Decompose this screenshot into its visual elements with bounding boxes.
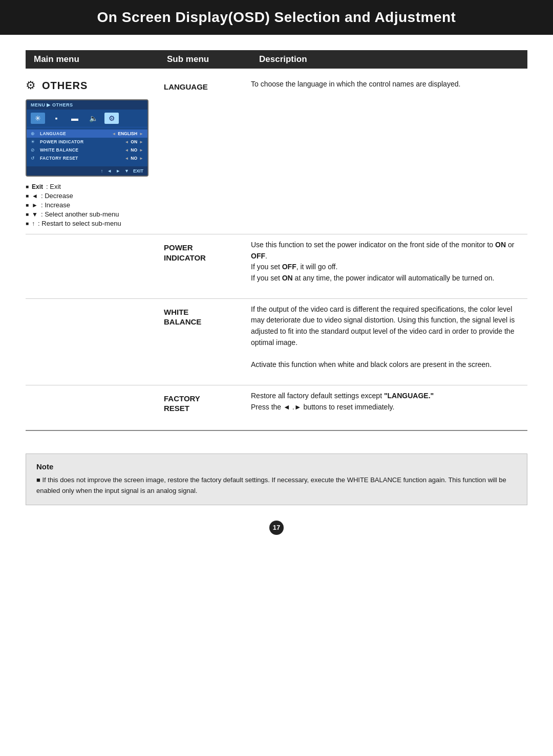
submenu-power-label: POWERINDICATOR <box>164 241 246 267</box>
osd-item-power-indicator: ☀ POWER INDICATOR ◄ ON ► <box>27 138 147 146</box>
osd-bottom-bar: ↑ ◄ ► ▼ EXIT <box>27 166 147 176</box>
desc-power: Use this function to set the power indic… <box>251 240 527 293</box>
divider-bottom <box>26 430 527 431</box>
submenu-power: POWERINDICATOR <box>164 240 246 267</box>
osd-menu-items: ⊕ LANGUAGE ◄ ENGLISH ► ☀ POWER INDICATOR… <box>27 127 147 164</box>
legend-restart: ■ ↑ : Restart to select sub-menu <box>26 220 154 227</box>
left-spacer-1 <box>26 240 159 293</box>
right-col-power: Use this function to set the power indic… <box>251 240 527 293</box>
osd-item-language: ⊕ LANGUAGE ◄ ENGLISH ► <box>27 129 147 138</box>
osd-screen: MENU ▶ OTHERS ✳ ▪ ▬ 🔈 ⚙ ⊕ LANGUA <box>26 99 148 177</box>
up-icon: ↑ <box>101 168 103 174</box>
legend-decrease: ■ ◄ : Decrease <box>26 192 154 200</box>
desc-language-text: To choose the language in which the cont… <box>251 80 460 88</box>
desc-wb: If the output of the video card is diffe… <box>251 304 527 380</box>
submenu-language-label: LANGUAGE <box>164 80 246 96</box>
submenu-factory-label: FACTORYRESET <box>164 392 246 418</box>
mid-col-wb: WHITEBALANCE <box>159 304 251 380</box>
bold-off2: OFF <box>282 263 296 271</box>
legend: ■ Exit : Exit ■ ◄ : Decrease ■ ► : Incre… <box>26 183 154 227</box>
legend-select: ■ ▼ : Select another sub-menu <box>26 210 154 218</box>
power-icon: ☀ <box>31 139 38 144</box>
wb-icon: ⊘ <box>31 147 38 153</box>
osd-top-bar: MENU ▶ OTHERS <box>27 100 147 110</box>
others-label: OTHERS <box>42 80 88 92</box>
divider-3 <box>26 385 527 385</box>
factory-icon: ↺ <box>31 156 38 161</box>
submenu-wb-label: WHITEBALANCE <box>164 305 246 331</box>
bold-on: ON <box>495 241 506 249</box>
bold-on2: ON <box>282 274 293 282</box>
main-content: Main menu Sub menu Description ⚙ OTHERS … <box>0 35 553 560</box>
right-col-factory: Restore all factory default settings exc… <box>251 391 527 422</box>
note-body: If this does not improve the screen imag… <box>36 476 506 494</box>
legend-increase: ■ ► : Increase <box>26 201 154 209</box>
osd-icon-square1: ▪ <box>49 113 63 124</box>
osd-item-white-balance: ⊘ WHITE BALANCE ◄ NO ► <box>27 146 147 154</box>
mid-col-factory: FACTORYRESET <box>159 391 251 422</box>
sections-wrapper: ⚙ OTHERS MENU ▶ OTHERS ✳ ▪ ▬ 🔈 ⚙ <box>26 79 527 505</box>
table-header: Main menu Sub menu Description <box>26 50 527 69</box>
desc-language: To choose the language in which the cont… <box>251 79 527 99</box>
desc-factory: Restore all factory default settings exc… <box>251 391 527 422</box>
left-icon: ◄ <box>107 168 112 174</box>
down-icon: ▼ <box>124 168 129 174</box>
row-others-language: ⚙ OTHERS MENU ▶ OTHERS ✳ ▪ ▬ 🔈 ⚙ <box>26 79 527 229</box>
page-header: On Screen Display(OSD) Selection and Adj… <box>0 0 553 35</box>
row-power-indicator: POWERINDICATOR Use this function to set … <box>26 240 527 293</box>
right-col-language: To choose the language in which the cont… <box>251 79 527 229</box>
osd-icon-rect: ▬ <box>68 113 82 124</box>
osd-icons-row: ✳ ▪ ▬ 🔈 ⚙ <box>27 110 147 127</box>
gear-icon: ⚙ <box>26 79 36 92</box>
mid-col-language: LANGUAGE <box>159 79 251 229</box>
right-icon: ► <box>116 168 120 174</box>
osd-item-factory-reset: ↺ FACTORY RESET ◄ NO ► <box>27 154 147 162</box>
osd-icon-sound: 🔈 <box>86 113 100 124</box>
divider-1 <box>26 234 527 234</box>
language-icon: ⊕ <box>31 131 38 136</box>
mid-col-power: POWERINDICATOR <box>159 240 251 293</box>
submenu-factory: FACTORYRESET <box>164 391 246 418</box>
exit-label: EXIT <box>133 168 143 174</box>
row-white-balance: WHITEBALANCE If the output of the video … <box>26 304 527 380</box>
right-col-wb: If the output of the video card is diffe… <box>251 304 527 380</box>
col-sub-menu: Sub menu <box>159 50 251 69</box>
note-text: ■ If this does not improve the screen im… <box>36 475 517 496</box>
col-description: Description <box>251 50 527 69</box>
submenu-language: LANGUAGE <box>164 79 246 96</box>
note-section: Note ■ If this does not improve the scre… <box>26 453 527 505</box>
page-number: 17 <box>269 521 284 535</box>
note-bullet: ■ <box>36 476 42 484</box>
osd-icon-gear: ⚙ <box>104 113 119 124</box>
note-title: Note <box>36 462 517 471</box>
legend-exit: ■ Exit : Exit <box>26 183 154 190</box>
bold-off: OFF <box>251 252 265 260</box>
left-column: ⚙ OTHERS MENU ▶ OTHERS ✳ ▪ ▬ 🔈 ⚙ <box>26 79 159 229</box>
left-spacer-2 <box>26 304 159 380</box>
bold-language: "LANGUAGE." <box>384 392 434 400</box>
page-title: On Screen Display(OSD) Selection and Adj… <box>97 9 456 25</box>
submenu-wb: WHITEBALANCE <box>164 304 246 331</box>
row-factory-reset: FACTORYRESET Restore all factory default… <box>26 391 527 422</box>
others-title-row: ⚙ OTHERS <box>26 79 154 92</box>
osd-icon-star: ✳ <box>31 113 45 124</box>
left-spacer-3 <box>26 391 159 422</box>
col-main-menu: Main menu <box>26 50 159 69</box>
page-number-container: 17 <box>26 521 527 535</box>
divider-2 <box>26 298 527 299</box>
